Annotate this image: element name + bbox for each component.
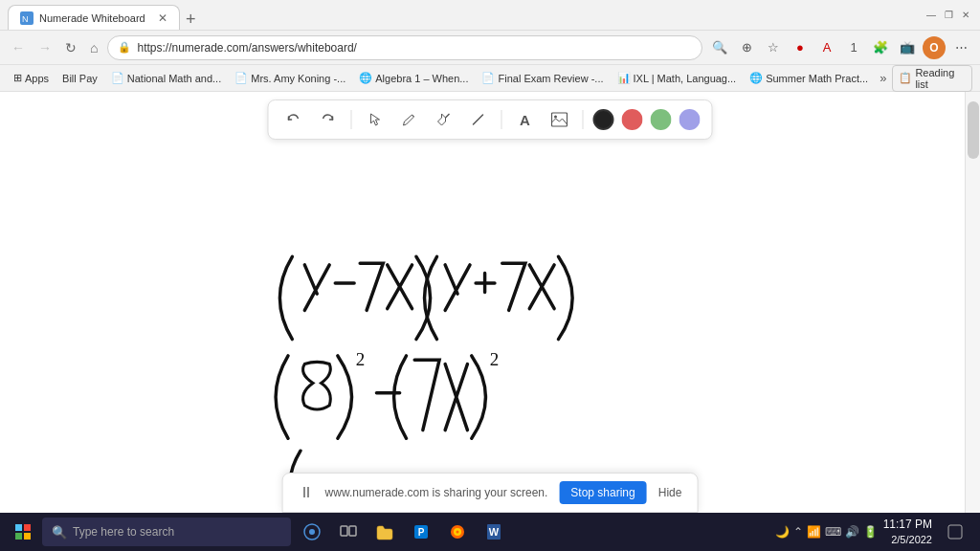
address-bar: ← → ↻ ⌂ 🔒 https://numerade.com/answers/w… bbox=[0, 31, 980, 65]
maximize-button[interactable]: ❐ bbox=[942, 9, 955, 22]
bookmark-finalexam-label: Final Exam Review -... bbox=[498, 73, 603, 84]
screenshare-icon[interactable]: 📺 bbox=[896, 36, 919, 59]
acrobat-icon[interactable]: A bbox=[815, 36, 838, 59]
system-clock[interactable]: 11:17 PM 2/5/2022 bbox=[883, 517, 932, 547]
bookmark-amykoning[interactable]: 📄 Mrs. Amy Koning -... bbox=[229, 70, 351, 86]
forward-button[interactable]: → bbox=[34, 38, 56, 57]
stop-sharing-button[interactable]: Stop sharing bbox=[559, 481, 646, 504]
bookmark-algebra[interactable]: 🌐 Algebra 1 – When... bbox=[353, 70, 474, 86]
search-icon[interactable]: 🔍 bbox=[708, 36, 731, 59]
ixl-icon: 📊 bbox=[617, 72, 631, 84]
svg-point-18 bbox=[457, 531, 459, 534]
tab-favicon: N bbox=[20, 11, 33, 25]
svg-rect-6 bbox=[15, 524, 22, 531]
amykoning-icon: 📄 bbox=[234, 72, 248, 84]
notifications-button[interactable] bbox=[938, 515, 972, 549]
bookmark-nationalmath[interactable]: 📄 National Math and... bbox=[105, 70, 227, 86]
back-button[interactable]: ← bbox=[8, 38, 29, 57]
taskbar-pinned-apps: P W bbox=[295, 515, 511, 549]
search-icon-taskbar: 🔍 bbox=[52, 525, 67, 540]
bookmark-algebra-label: Algebra 1 – When... bbox=[375, 73, 468, 84]
bookmark-ixl[interactable]: 📊 IXL | Math, Languag... bbox=[612, 70, 743, 86]
finalexam-icon: 📄 bbox=[481, 72, 495, 84]
battery-icon[interactable]: 🔋 bbox=[863, 525, 878, 539]
bookmark-finalexam[interactable]: 📄 Final Exam Review -... bbox=[476, 70, 609, 86]
sharing-icon: ⏸ bbox=[299, 484, 314, 501]
select-tool-button[interactable] bbox=[362, 106, 389, 133]
taskbar-taskview[interactable] bbox=[331, 515, 366, 549]
svg-text:2: 2 bbox=[490, 349, 499, 369]
title-bar: N Numerade Whiteboard ✕ + — ❐ ✕ bbox=[0, 0, 980, 31]
draw-tool-button[interactable] bbox=[396, 106, 423, 133]
color-green[interactable] bbox=[651, 109, 672, 130]
redo-button[interactable] bbox=[315, 106, 342, 133]
bookmark-amykoning-label: Mrs. Amy Koning -... bbox=[251, 73, 345, 84]
svg-line-1 bbox=[446, 114, 450, 118]
tools-button[interactable] bbox=[431, 106, 457, 133]
favorites-icon[interactable]: ☆ bbox=[762, 36, 785, 59]
math-drawing: 2 2 bbox=[0, 149, 965, 513]
taskbar-pinned-4[interactable]: P bbox=[404, 515, 438, 549]
algebra-icon: 🌐 bbox=[359, 72, 372, 84]
tab-title: Numerade Whiteboard bbox=[39, 12, 145, 24]
color-black[interactable] bbox=[593, 109, 614, 130]
url-box[interactable]: 🔒 https://numerade.com/answers/whiteboar… bbox=[107, 35, 702, 60]
bookmark-summermath-label: Summer Math Pract... bbox=[766, 73, 868, 84]
scrollbar[interactable] bbox=[965, 92, 980, 513]
bookmark-ixl-label: IXL | Math, Languag... bbox=[634, 73, 737, 84]
clock-time: 11:17 PM bbox=[883, 517, 932, 533]
one-icon[interactable]: 1 bbox=[842, 36, 865, 59]
network-icon[interactable]: 📶 bbox=[807, 525, 821, 539]
scrollbar-thumb[interactable] bbox=[968, 101, 979, 159]
bookmark-billpay[interactable]: Bill Pay bbox=[56, 71, 103, 86]
svg-rect-8 bbox=[15, 533, 22, 540]
toolbar-separator-1 bbox=[351, 110, 352, 129]
hide-button[interactable]: Hide bbox=[658, 486, 682, 499]
color-red[interactable] bbox=[622, 109, 643, 130]
edge-icon[interactable]: ● bbox=[789, 36, 812, 59]
start-button[interactable] bbox=[4, 515, 42, 549]
keyboard-icon[interactable]: ⌨ bbox=[825, 525, 841, 539]
text-tool-button[interactable]: A bbox=[512, 106, 539, 133]
collections-icon[interactable]: ⊕ bbox=[735, 36, 758, 59]
taskbar-browser[interactable] bbox=[440, 515, 475, 549]
search-bar[interactable]: 🔍 Type here to search bbox=[42, 518, 291, 546]
reading-list-button[interactable]: 📋 Reading list bbox=[892, 65, 972, 92]
bookmarks-more-button[interactable]: » bbox=[876, 69, 890, 87]
bookmarks-bar: ⊞ Apps Bill Pay 📄 National Math and... 📄… bbox=[0, 65, 980, 92]
settings-icon[interactable]: ⋯ bbox=[949, 36, 972, 59]
text-tool-icon: A bbox=[520, 112, 530, 128]
reading-list-icon: 📋 bbox=[899, 72, 912, 84]
nationalmath-icon: 📄 bbox=[111, 72, 124, 84]
pen-tool-button[interactable] bbox=[465, 106, 492, 133]
taskbar-cortana[interactable] bbox=[295, 515, 329, 549]
bookmark-billpay-label: Bill Pay bbox=[62, 73, 98, 84]
refresh-button[interactable]: ↻ bbox=[61, 38, 80, 57]
taskbar-fileexplorer[interactable] bbox=[368, 515, 402, 549]
taskbar-word[interactable]: W bbox=[477, 515, 511, 549]
undo-button[interactable] bbox=[280, 106, 307, 133]
sharing-message: www.numerade.com is sharing your screen. bbox=[325, 486, 548, 499]
active-tab[interactable]: N Numerade Whiteboard ✕ bbox=[8, 5, 180, 30]
home-button[interactable]: ⌂ bbox=[86, 38, 101, 57]
minimize-button[interactable]: — bbox=[924, 9, 938, 22]
svg-rect-7 bbox=[24, 524, 31, 531]
tab-close-button[interactable]: ✕ bbox=[158, 11, 167, 25]
whiteboard-toolbar: A bbox=[268, 99, 713, 140]
bookmark-apps-label: Apps bbox=[25, 73, 49, 84]
image-tool-button[interactable] bbox=[546, 106, 573, 133]
volume-icon[interactable]: 🔊 bbox=[845, 525, 859, 539]
chevron-up-icon[interactable]: ⌃ bbox=[793, 525, 803, 539]
extensions-icon[interactable]: 🧩 bbox=[869, 36, 892, 59]
close-button[interactable]: ✕ bbox=[959, 9, 972, 22]
svg-point-3 bbox=[554, 116, 557, 119]
new-tab-button[interactable]: + bbox=[180, 10, 202, 30]
reading-list-label: Reading list bbox=[915, 67, 966, 90]
summermath-icon: 🌐 bbox=[749, 72, 763, 84]
color-purple[interactable] bbox=[679, 109, 701, 130]
moon-icon[interactable]: 🌙 bbox=[775, 525, 790, 539]
bookmark-apps[interactable]: ⊞ Apps bbox=[8, 70, 55, 86]
profile-avatar[interactable]: O bbox=[923, 36, 946, 59]
whiteboard-canvas[interactable]: 2 2 bbox=[0, 149, 965, 513]
bookmark-summermath[interactable]: 🌐 Summer Math Pract... bbox=[744, 70, 874, 86]
